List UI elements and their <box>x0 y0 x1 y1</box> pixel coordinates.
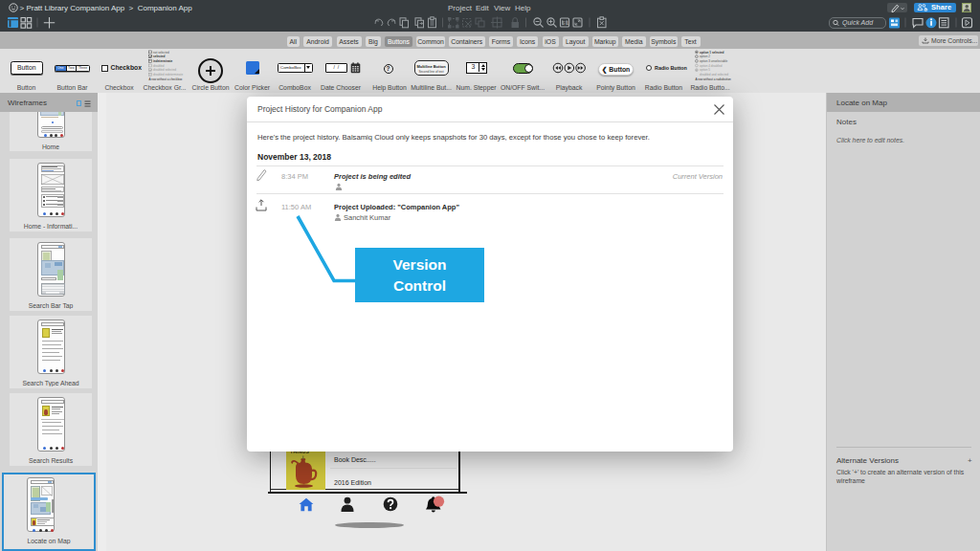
svg-text:disabled indeterminate: disabled indeterminate <box>153 73 183 77</box>
svg-text:option 3 unselectable: option 3 unselectable <box>700 59 728 63</box>
svg-text:disabled and selected: disabled and selected <box>700 73 728 77</box>
svg-text:selected: selected <box>153 55 165 58</box>
svg-text:Quick Add: Quick Add <box>842 19 874 27</box>
svg-text:option 2: option 2 <box>700 55 710 58</box>
svg-text:indeterminate: indeterminate <box>153 59 173 63</box>
svg-text:A row without a checkbox: A row without a checkbox <box>149 77 183 81</box>
svg-text:A row without a radiobutton: A row without a radiobutton <box>696 77 732 81</box>
svg-text:disabled selected: disabled selected <box>153 68 176 72</box>
svg-text:disabled: disabled <box>153 64 165 68</box>
svg-text:option 1 selected: option 1 selected <box>700 51 724 55</box>
svg-text:1:1: 1:1 <box>562 20 568 26</box>
svg-text:not selected: not selected <box>153 51 169 55</box>
svg-text:option 4 disabled: option 4 disabled <box>700 64 723 68</box>
